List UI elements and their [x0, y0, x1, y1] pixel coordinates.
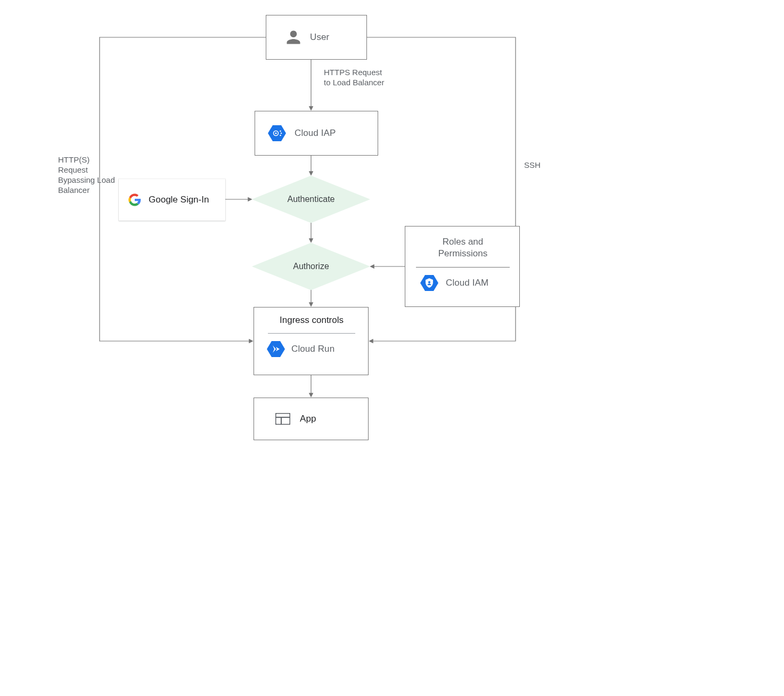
node-roles-permissions: Roles and Permissions Cloud IAM: [405, 226, 520, 307]
node-authenticate-label: Authenticate: [252, 195, 370, 204]
node-user-label: User: [310, 32, 329, 43]
svg-rect-18: [276, 414, 290, 425]
svg-point-10: [280, 131, 281, 132]
cloud-run-icon: [267, 341, 285, 357]
node-app-label: App: [300, 414, 316, 424]
svg-point-9: [275, 132, 276, 134]
cloud-run-label: Cloud Run: [291, 344, 334, 354]
roles-permissions-title: Roles and Permissions: [416, 236, 510, 260]
node-authenticate: Authenticate: [252, 176, 370, 223]
edge-label-https: HTTPS Request to Load Balancer: [324, 67, 384, 87]
window-icon: [275, 413, 290, 425]
svg-point-16: [428, 281, 430, 284]
cloud-iam-icon: [420, 275, 438, 291]
user-icon: [285, 29, 301, 45]
cloud-iam-label: Cloud IAM: [446, 278, 488, 288]
node-ingress-controls: Ingress controls Cloud Run: [254, 307, 369, 375]
edge-label-bypass: HTTP(S) Request Bypassing Load Balancer: [58, 155, 115, 195]
svg-point-11: [281, 133, 282, 134]
node-authorize: Authorize: [252, 243, 370, 290]
node-google-signin: Google Sign-In: [119, 179, 225, 221]
node-cloud-iap-label: Cloud IAP: [295, 128, 336, 139]
node-authorize-label: Authorize: [252, 262, 370, 271]
node-cloud-iap: Cloud IAP: [255, 111, 378, 156]
node-google-signin-label: Google Sign-In: [149, 195, 209, 205]
section-divider: [416, 267, 510, 268]
svg-marker-7: [268, 125, 286, 141]
diagram-canvas: HTTPS Request to Load Balancer HTTP(S) R…: [0, 0, 628, 469]
google-logo-icon: [128, 193, 141, 206]
section-divider: [268, 333, 355, 334]
node-app: App: [254, 398, 369, 440]
node-user: User: [266, 15, 367, 60]
ingress-controls-title: Ingress controls: [265, 315, 358, 326]
svg-point-12: [280, 135, 281, 136]
edge-label-ssh: SSH: [524, 160, 541, 170]
cloud-iap-icon: [268, 125, 286, 141]
